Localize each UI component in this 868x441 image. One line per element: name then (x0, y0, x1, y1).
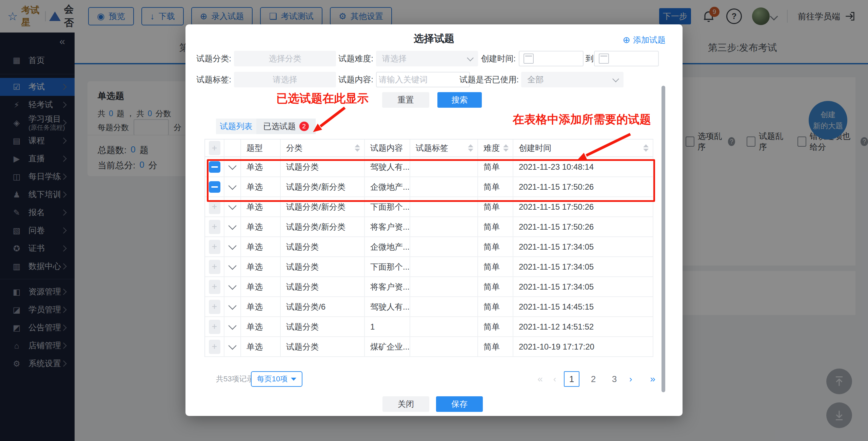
cell-created: 2021-10-19 17:17:20 (513, 337, 653, 357)
dropdown-triangle-icon (291, 378, 296, 381)
cell-tag (410, 197, 478, 217)
cell-tag (410, 337, 478, 357)
row-add-button[interactable] (209, 320, 220, 334)
add-all-icon[interactable] (209, 141, 220, 155)
cell-tag (410, 177, 478, 197)
row-add-button[interactable] (209, 200, 220, 214)
sort-icon[interactable] (643, 144, 649, 152)
save-button[interactable]: 保存 (436, 396, 483, 412)
table-row-2: 单选 试题分类/新分类 下面那个... 简单 2021-11-15 17:50:… (205, 197, 653, 217)
modal-title: 选择试题 (185, 32, 683, 46)
header-type: 题型 (241, 140, 281, 157)
chevron-down-icon (612, 76, 619, 82)
page-0[interactable]: 1 (564, 371, 579, 387)
expand-row-icon[interactable] (228, 301, 236, 310)
tab-selected-questions[interactable]: 已选试题 2 (256, 119, 316, 134)
page-size-select[interactable]: 每页10项 (251, 371, 302, 387)
row-selected-checkbox[interactable] (209, 161, 220, 173)
cell-difficulty: 简单 (478, 257, 513, 277)
category-label: 试题分类: (185, 51, 231, 66)
expand-row-icon[interactable] (228, 341, 236, 350)
expand-row-icon[interactable] (228, 162, 236, 170)
cell-type: 单选 (241, 297, 281, 317)
table-row-6: 单选 试题分类 将客户资... 简单 2021-11-15 17:34:05 (205, 277, 653, 297)
tab-question-list[interactable]: 试题列表 (216, 119, 256, 134)
cell-content: 下面那个... (365, 197, 410, 217)
category-placeholder: 选择分类 (269, 53, 301, 64)
add-question-label: 添加试题 (633, 35, 666, 45)
cell-type: 单选 (241, 197, 281, 217)
expand-row-icon[interactable] (228, 281, 236, 290)
last-page-button[interactable]: » (643, 371, 662, 387)
reset-button[interactable]: 重置 (382, 92, 429, 108)
table-body: 单选 试题分类 驾驶人有... 简单 2021-11-23 10:48:14 单… (205, 157, 653, 357)
annotation-note-1: 已选试题在此显示 (276, 91, 369, 106)
prev-page-button[interactable]: ‹ (548, 371, 561, 387)
used-select[interactable]: 全部 (521, 72, 624, 87)
page-2[interactable]: 3 (607, 371, 622, 387)
app-screen: ☆ 考试星 会否 ◉ 预览 ↓ 下载 ⊕ 录入试题 ❏ 考试测试 (0, 0, 868, 441)
cell-type: 单选 (241, 317, 281, 337)
tab-label: 试题列表 (220, 121, 253, 132)
table-row-8: 单选 试题分类 1 简单 2021-11-12 14:51:52 (205, 317, 653, 337)
cell-tag (410, 257, 478, 277)
calendar-icon (524, 54, 534, 64)
cell-category: 试题分类/6 (281, 297, 365, 317)
expand-row-icon[interactable] (228, 241, 236, 250)
plus-circle-icon: ⊕ (623, 35, 630, 45)
add-question-link[interactable]: ⊕ 添加试题 (623, 35, 666, 45)
first-page-button[interactable]: « (531, 371, 548, 387)
sort-icon[interactable] (355, 144, 360, 152)
expand-row-icon[interactable] (228, 222, 236, 230)
cell-category: 试题分类/新分类 (281, 217, 365, 237)
expand-row-icon[interactable] (228, 261, 236, 270)
total-records: 共53项记录 (216, 371, 254, 387)
close-button[interactable]: 关闭 (382, 396, 429, 412)
cell-tag (410, 217, 478, 237)
expand-row-icon[interactable] (228, 202, 236, 210)
row-add-button[interactable] (209, 260, 220, 274)
cell-category: 试题分类 (281, 317, 365, 337)
table-row-1: 单选 试题分类/新分类 企微地产... 简单 2021-11-15 17:50:… (205, 177, 653, 197)
cell-created: 2021-11-12 14:51:52 (513, 317, 653, 337)
row-add-button[interactable] (209, 220, 220, 234)
expand-row-icon[interactable] (228, 321, 236, 330)
row-add-button[interactable] (209, 280, 220, 294)
cell-type: 单选 (241, 277, 281, 297)
cell-content: 1 (365, 317, 410, 337)
table-row-3: 单选 试题分类/新分类 将客户资... 简单 2021-11-15 17:50:… (205, 217, 653, 237)
annotation-note-2: 在表格中添加所需要的试题 (513, 112, 651, 127)
header-difficulty: 难度 (478, 140, 513, 157)
cell-category: 试题分类 (281, 277, 365, 297)
table-row-7: 单选 试题分类/6 驾驶人有... 简单 2021-11-15 14:45:15 (205, 297, 653, 317)
row-selected-checkbox[interactable] (209, 181, 220, 193)
cell-content: 将客户资... (365, 217, 410, 237)
cell-difficulty: 简单 (478, 337, 513, 357)
date-to-input[interactable] (594, 51, 659, 66)
sort-icon[interactable] (503, 144, 509, 152)
cell-category: 试题分类 (281, 337, 365, 357)
cell-created: 2021-11-15 17:34:05 (513, 277, 653, 297)
cell-created: 2021-11-15 17:50:26 (513, 177, 653, 197)
tag-placeholder: 请选择 (273, 74, 297, 85)
difficulty-placeholder: 请选择 (382, 53, 407, 64)
select-questions-modal: 选择试题 ⊕ 添加试题 试题分类: 选择分类 试题难度: 请选择 创建时间: 到… (185, 24, 683, 416)
content-label: 试题内容: (319, 72, 373, 87)
cell-created: 2021-11-15 17:50:26 (513, 217, 653, 237)
expand-row-icon[interactable] (228, 182, 236, 190)
row-add-button[interactable] (209, 340, 220, 354)
page-1[interactable]: 2 (586, 371, 600, 387)
row-add-button[interactable] (209, 300, 220, 314)
cell-created: 2021-11-15 17:34:05 (513, 237, 653, 257)
sort-icon[interactable] (468, 144, 473, 152)
created-time-label: 创建时间: (461, 51, 516, 66)
search-button[interactable]: 搜索 (437, 92, 482, 108)
cell-type: 单选 (241, 237, 281, 257)
next-page-button[interactable]: › (624, 371, 637, 387)
cell-difficulty: 简单 (478, 317, 513, 337)
cell-content: 企微地产... (365, 237, 410, 257)
cell-content: 将客户资... (365, 277, 410, 297)
date-from-input[interactable] (519, 51, 584, 66)
row-add-button[interactable] (209, 240, 220, 254)
modal-scrollbar[interactable] (662, 86, 665, 392)
